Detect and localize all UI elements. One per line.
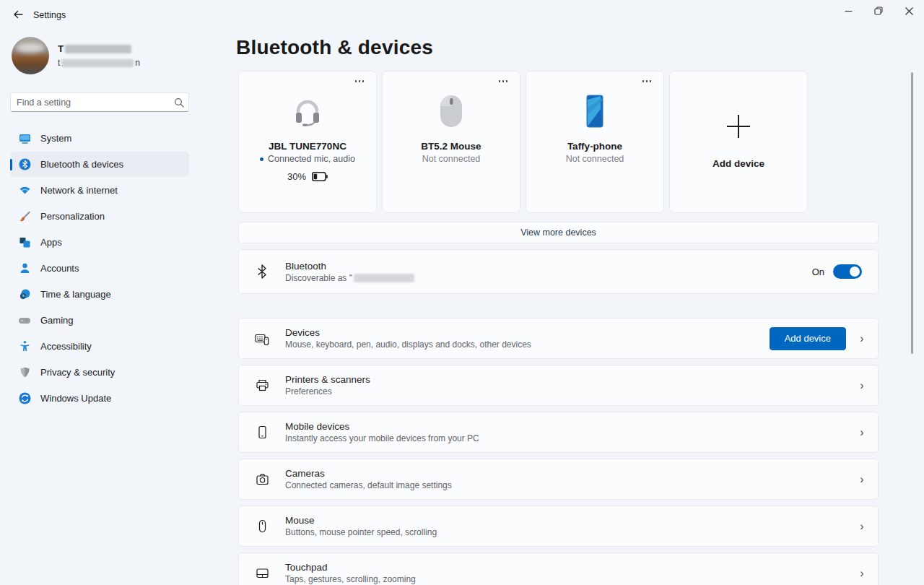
search-box (10, 92, 189, 112)
sidebar-item-network-internet[interactable]: Network & internet (10, 178, 189, 203)
battery-icon (312, 172, 328, 181)
device-name: JBL TUNE770NC (269, 141, 346, 152)
wifi-icon (18, 184, 31, 197)
battery-percent: 30% (287, 171, 306, 182)
device-status-text: Not connected (566, 154, 624, 164)
sidebar-item-accessibility[interactable]: Accessibility (10, 334, 189, 359)
chevron-right-icon[interactable]: › (846, 567, 878, 580)
sidebar-item-accounts[interactable]: Accounts (10, 256, 189, 281)
search-icon[interactable] (170, 98, 188, 108)
device-name: BT5.2 Mouse (421, 141, 481, 152)
device-status: Not connected (422, 154, 481, 164)
profile-name-visible: T (58, 43, 64, 54)
sidebar-item-system[interactable]: System (10, 126, 189, 151)
avatar[interactable] (12, 37, 49, 74)
row-title: Cameras (285, 468, 846, 479)
sidebar-item-label: Time & language (40, 289, 111, 300)
chevron-right-icon[interactable]: › (846, 332, 878, 345)
chevron-right-icon[interactable]: › (846, 426, 878, 439)
bluetooth-icon (18, 158, 31, 171)
minimize-button[interactable] (833, 0, 863, 22)
bluetooth-row-subtitle: Discoverable as " (285, 273, 812, 283)
mouse-row[interactable]: Mouse Buttons, mouse pointer speed, scro… (238, 506, 879, 547)
device-status: Connected mic, audio (260, 154, 355, 164)
row-subtitle: Buttons, mouse pointer speed, scrolling (285, 527, 437, 537)
sidebar-item-privacy-security[interactable]: Privacy & security (10, 360, 189, 385)
bluetooth-row-title: Bluetooth (285, 261, 812, 272)
camera-icon (239, 472, 285, 486)
add-device-button[interactable]: Add device (770, 327, 846, 350)
device-cards: JBL TUNE770NC Connected mic, audio 30% B… (238, 71, 808, 213)
sidebar-item-time-language[interactable]: Time & language (10, 282, 189, 307)
accessibility-icon (18, 340, 31, 353)
restore-button[interactable] (863, 0, 894, 22)
close-icon (905, 7, 913, 15)
chevron-right-icon[interactable]: › (846, 379, 878, 392)
sidebar-item-bluetooth-devices[interactable]: Bluetooth & devices (10, 152, 189, 177)
device-status-text: Connected mic, audio (268, 154, 355, 164)
profile-email-redacted (61, 59, 134, 67)
device-card-jbl[interactable]: JBL TUNE770NC Connected mic, audio 30% (238, 71, 377, 213)
mouse-device-icon (439, 72, 463, 134)
row-subtitle: Connected cameras, default image setting… (285, 480, 452, 490)
chevron-right-icon[interactable]: › (846, 520, 878, 533)
device-status: Not connected (566, 154, 624, 164)
profile-name: T (58, 43, 133, 54)
mobile-devices-row[interactable]: Mobile devices Instantly access your mob… (238, 412, 879, 453)
apps-icon (18, 236, 31, 249)
search-input[interactable] (11, 98, 170, 108)
cameras-row[interactable]: Cameras Connected cameras, default image… (238, 459, 879, 500)
row-title: Mouse (285, 515, 846, 526)
restore-icon (874, 6, 883, 15)
close-button[interactable] (894, 0, 924, 22)
battery-indicator: 30% (287, 171, 328, 182)
device-card-bt52-mouse[interactable]: BT5.2 Mouse Not connected (382, 71, 520, 213)
sidebar-item-label: System (40, 133, 71, 144)
toggle-knob (850, 266, 860, 277)
ellipsis-menu-icon[interactable] (353, 78, 367, 84)
mobile-phone-icon (239, 425, 285, 439)
mouse-icon (239, 519, 285, 533)
sidebar-item-personalization[interactable]: Personalization (10, 204, 189, 229)
discoverable-label: Discoverable as " (285, 273, 352, 283)
sidebar-item-label: Bluetooth & devices (40, 159, 123, 170)
back-button[interactable] (7, 4, 29, 25)
sidebar-item-apps[interactable]: Apps (10, 230, 189, 255)
scrollbar-thumb[interactable] (911, 72, 913, 354)
add-device-button-label: Add device (785, 333, 831, 344)
minimize-icon (845, 7, 853, 15)
view-more-devices-button[interactable]: View more devices (238, 222, 879, 243)
device-card-taffy-phone[interactable]: Taffy-phone Not connected (526, 71, 664, 213)
shield-icon (18, 366, 31, 379)
device-name: Taffy-phone (567, 141, 622, 152)
update-icon (18, 392, 31, 405)
chevron-right-icon[interactable]: › (846, 473, 878, 486)
profile-email-visible-start: t (58, 58, 60, 68)
devices-row[interactable]: Devices Mouse, keyboard, pen, audio, dis… (238, 318, 879, 359)
sidebar-nav: System Bluetooth & devices Network & int… (0, 126, 199, 412)
row-subtitle: Instantly access your mobile devices fro… (285, 433, 479, 443)
page-title: Bluetooth & devices (236, 36, 433, 59)
ellipsis-menu-icon[interactable] (497, 78, 510, 84)
toggle-state-label: On (812, 266, 824, 277)
row-subtitle: Taps, gestures, scrolling, zooming (285, 574, 416, 584)
printers-scanners-row[interactable]: Printers & scanners Preferences › (238, 365, 879, 406)
add-device-card[interactable]: Add device (669, 71, 808, 213)
device-status-text: Not connected (422, 154, 481, 164)
bluetooth-toggle[interactable] (833, 264, 862, 279)
device-name-redacted (354, 274, 414, 282)
sidebar-item-label: Privacy & security (40, 367, 115, 378)
accounts-icon (18, 262, 31, 275)
add-device-card-label: Add device (712, 158, 764, 169)
sidebar-item-windows-update[interactable]: Windows Update (10, 386, 189, 411)
bluetooth-toggle-row: Bluetooth Discoverable as " On (238, 249, 879, 294)
bluetooth-glyph-icon (239, 264, 285, 279)
sidebar-item-gaming[interactable]: Gaming (10, 308, 189, 333)
back-arrow-icon (12, 9, 24, 20)
ellipsis-menu-icon[interactable] (640, 78, 654, 84)
touchpad-row[interactable]: Touchpad Taps, gestures, scrolling, zoom… (238, 552, 879, 585)
row-title: Printers & scanners (285, 374, 846, 385)
row-title: Devices (285, 327, 770, 338)
row-title: Mobile devices (285, 421, 846, 432)
profile-name-redacted (65, 45, 131, 53)
